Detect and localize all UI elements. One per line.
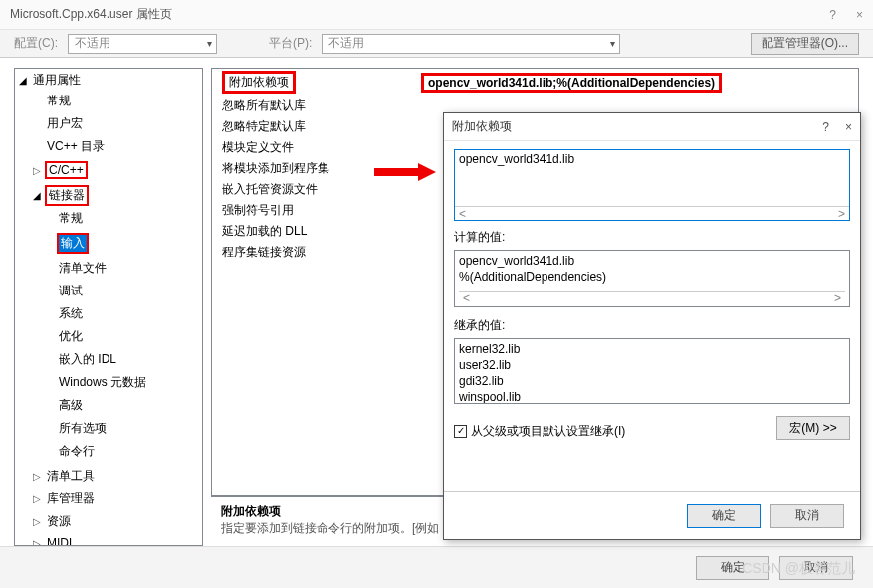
window-title: Microsoft.Cpp.x64.user 属性页 — [10, 6, 829, 23]
inherited-label: 继承的值: — [454, 317, 850, 334]
toolbar: 配置(C): 不适用 平台(P): 不适用 配置管理器(O)... — [0, 30, 873, 58]
cancel-button[interactable]: 取消 — [779, 556, 853, 580]
titlebar: Microsoft.Cpp.x64.user 属性页 ? × — [0, 0, 873, 30]
computed-list: opencv_world341d.lib %(AdditionalDepende… — [454, 250, 850, 307]
list-item: %(AdditionalDependencies) — [459, 269, 845, 285]
config-manager-button[interactable]: 配置管理器(O)... — [751, 33, 859, 55]
dialog-title: 附加依赖项 — [452, 118, 822, 135]
tree-item[interactable]: Windows 元数据 — [15, 373, 202, 392]
tree-root[interactable]: ◢通用属性 — [15, 71, 202, 90]
dialog-titlebar: 附加依赖项 ? × — [444, 113, 860, 141]
tree-item[interactable]: ▷清单工具 — [15, 467, 202, 486]
tree-item[interactable]: 清单文件 — [15, 259, 202, 278]
tree-item-input[interactable]: 输入 — [15, 232, 202, 255]
computed-label: 计算的值: — [454, 229, 850, 246]
deps-input[interactable]: opencv_world341d.lib <> — [454, 149, 850, 221]
tree-item[interactable]: 用户宏 — [15, 114, 202, 133]
ok-button[interactable]: 确定 — [696, 556, 769, 580]
platform-dropdown[interactable]: 不适用 — [322, 34, 620, 54]
additional-deps-dialog: 附加依赖项 ? × opencv_world341d.lib <> 计算的值: … — [443, 112, 861, 540]
close-icon[interactable]: × — [856, 8, 863, 22]
macros-button[interactable]: 宏(M) >> — [776, 416, 850, 440]
help-icon[interactable]: ? — [822, 120, 829, 134]
close-icon[interactable]: × — [845, 120, 852, 134]
tree-item[interactable]: 常规 — [15, 209, 202, 228]
list-item: opencv_world341d.lib — [459, 253, 845, 269]
svg-marker-0 — [374, 163, 436, 181]
list-item: winspool.lib — [459, 389, 845, 404]
tree-item[interactable]: 高级 — [15, 396, 202, 415]
tree-item[interactable]: ▷MIDL — [15, 535, 202, 546]
config-dropdown[interactable]: 不适用 — [68, 34, 217, 54]
list-item: gdi32.lib — [459, 373, 845, 389]
inherited-list: kernel32.lib user32.lib gdi32.lib winspo… — [454, 338, 850, 404]
table-row: 附加依赖项 opencv_world341d.lib;%(AdditionalD… — [212, 69, 858, 96]
tree-item[interactable]: 常规 — [15, 92, 202, 110]
platform-label: 平台(P): — [269, 35, 312, 52]
tree-item[interactable]: ▷资源 — [15, 512, 202, 531]
tree-item[interactable]: 嵌入的 IDL — [15, 350, 202, 369]
list-item: user32.lib — [459, 357, 845, 373]
arrow-icon — [374, 163, 436, 181]
tree-item[interactable]: 所有选项 — [15, 419, 202, 438]
config-label: 配置(C): — [14, 35, 58, 52]
help-icon[interactable]: ? — [829, 8, 836, 22]
tree-item-cc[interactable]: ▷C/C++ — [15, 160, 202, 180]
tree-item[interactable]: 调试 — [15, 282, 202, 300]
tree-item[interactable]: ▷库管理器 — [15, 490, 202, 508]
inherit-checkbox-label: 从父级或项目默认设置继承(I) — [471, 423, 625, 440]
dialog-footer: 确定 取消 — [444, 491, 860, 539]
inherit-checkbox[interactable]: ✓ — [454, 425, 467, 438]
tree-item[interactable]: 系统 — [15, 304, 202, 323]
tree-item[interactable]: VC++ 目录 — [15, 137, 202, 156]
tree-item[interactable]: 命令行 — [15, 442, 202, 461]
tree-pane[interactable]: ◢通用属性 常规 用户宏 VC++ 目录 ▷C/C++ ◢链接器 常规 输入 清… — [14, 68, 203, 546]
list-item: kernel32.lib — [459, 341, 845, 357]
main-footer: 确定 取消 — [0, 546, 873, 588]
dialog-cancel-button[interactable]: 取消 — [770, 504, 844, 528]
dialog-ok-button[interactable]: 确定 — [687, 504, 761, 528]
tree-item[interactable]: 优化 — [15, 327, 202, 346]
tree-item-linker[interactable]: ◢链接器 — [15, 184, 202, 207]
